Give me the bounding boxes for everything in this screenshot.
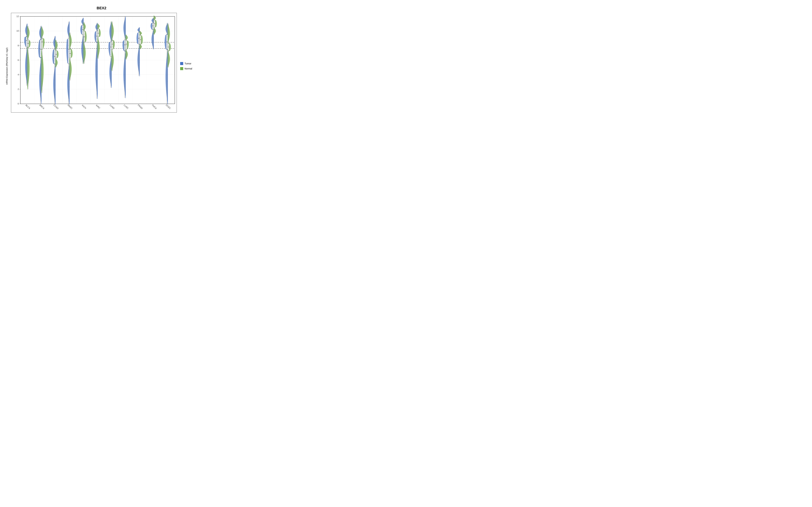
svg-rect-119 bbox=[41, 31, 42, 32]
svg-rect-68 bbox=[27, 89, 28, 90]
legend-tumor-box bbox=[180, 62, 183, 65]
svg-rect-282 bbox=[111, 64, 111, 64]
svg-rect-50 bbox=[27, 81, 27, 81]
legend-tumor-label: Tumor bbox=[185, 62, 191, 65]
svg-rect-285 bbox=[111, 50, 111, 50]
svg-rect-88 bbox=[41, 98, 42, 98]
svg-rect-228 bbox=[84, 40, 84, 40]
legend-item-tumor: Tumor bbox=[180, 62, 199, 65]
svg-rect-284 bbox=[110, 54, 110, 55]
svg-rect-152 bbox=[55, 51, 56, 52]
svg-rect-70 bbox=[28, 80, 28, 80]
svg-rect-330 bbox=[126, 40, 127, 49]
svg-rect-76 bbox=[27, 53, 28, 53]
svg-rect-329 bbox=[125, 16, 126, 16]
svg-rect-336 bbox=[125, 56, 126, 56]
svg-rect-148 bbox=[55, 59, 56, 60]
svg-rect-176 bbox=[68, 27, 68, 28]
svg-rect-81 bbox=[29, 30, 29, 31]
svg-rect-205 bbox=[82, 51, 83, 51]
svg-rect-45 bbox=[26, 37, 28, 47]
svg-rect-410 bbox=[154, 35, 154, 35]
svg-rect-147 bbox=[56, 61, 56, 62]
svg-rect-459 bbox=[168, 33, 169, 33]
svg-rect-326 bbox=[124, 34, 125, 34]
chart-title: BEX2 bbox=[4, 4, 199, 11]
svg-rect-58 bbox=[27, 46, 27, 46]
svg-rect-423 bbox=[154, 17, 154, 17]
svg-rect-325 bbox=[125, 40, 125, 40]
svg-rect-424 bbox=[154, 15, 154, 16]
svg-rect-418 bbox=[156, 24, 156, 24]
svg-rect-233 bbox=[84, 25, 84, 25]
svg-rect-319 bbox=[124, 74, 124, 75]
svg-rect-340 bbox=[127, 49, 128, 49]
svg-rect-416 bbox=[155, 26, 155, 27]
svg-rect-52 bbox=[27, 72, 27, 72]
svg-rect-55 bbox=[27, 59, 27, 59]
svg-rect-414 bbox=[154, 29, 154, 30]
svg-rect-308 bbox=[113, 29, 113, 29]
svg-rect-114 bbox=[42, 55, 42, 55]
svg-text:COAD: COAD bbox=[53, 104, 59, 110]
svg-rect-391 bbox=[154, 49, 154, 49]
svg-rect-151 bbox=[57, 53, 57, 54]
svg-rect-412 bbox=[154, 32, 155, 32]
svg-rect-317 bbox=[124, 86, 125, 87]
svg-rect-247 bbox=[97, 55, 97, 56]
svg-rect-135 bbox=[55, 55, 55, 56]
svg-rect-265 bbox=[98, 41, 99, 41]
svg-rect-353 bbox=[140, 76, 140, 76]
svg-rect-89 bbox=[41, 93, 41, 93]
svg-rect-108 bbox=[42, 83, 42, 83]
svg-rect-457 bbox=[168, 39, 168, 40]
svg-rect-383 bbox=[140, 35, 140, 35]
svg-rect-56 bbox=[27, 54, 27, 55]
svg-text:LUSC: LUSC bbox=[123, 104, 129, 110]
svg-rect-145 bbox=[55, 65, 56, 66]
svg-rect-316 bbox=[125, 92, 125, 92]
svg-rect-177 bbox=[69, 21, 70, 22]
svg-rect-394 bbox=[152, 42, 153, 43]
svg-rect-449 bbox=[168, 64, 168, 64]
svg-rect-303 bbox=[112, 46, 113, 47]
plot-area: 024681012BLCABRCACOADHNSCKICHKIRCLUADLUS… bbox=[11, 13, 177, 113]
svg-rect-400 bbox=[153, 29, 153, 29]
svg-rect-203 bbox=[82, 57, 83, 57]
svg-rect-433 bbox=[167, 81, 168, 81]
svg-rect-240 bbox=[97, 93, 97, 94]
svg-rect-359 bbox=[139, 55, 140, 55]
svg-rect-434 bbox=[167, 75, 167, 75]
svg-rect-171 bbox=[68, 57, 69, 57]
svg-rect-166 bbox=[69, 87, 69, 87]
svg-rect-455 bbox=[168, 46, 169, 46]
svg-rect-187 bbox=[70, 63, 70, 64]
svg-rect-277 bbox=[111, 88, 112, 88]
svg-rect-208 bbox=[83, 41, 84, 41]
svg-rect-239 bbox=[97, 99, 98, 99]
svg-rect-188 bbox=[69, 60, 70, 60]
svg-text:KICH: KICH bbox=[82, 104, 87, 109]
svg-rect-130 bbox=[54, 80, 54, 80]
svg-rect-109 bbox=[42, 78, 42, 79]
svg-rect-401 bbox=[151, 27, 152, 27]
svg-rect-101 bbox=[41, 26, 42, 26]
svg-rect-269 bbox=[98, 31, 98, 32]
svg-rect-112 bbox=[43, 64, 43, 65]
svg-rect-230 bbox=[85, 34, 86, 34]
svg-rect-380 bbox=[141, 39, 141, 39]
svg-rect-378 bbox=[140, 41, 140, 42]
svg-rect-149 bbox=[55, 57, 56, 58]
svg-rect-60 bbox=[27, 37, 27, 37]
svg-rect-196 bbox=[69, 32, 70, 33]
svg-rect-120 bbox=[41, 26, 42, 27]
svg-rect-250 bbox=[97, 39, 97, 39]
svg-rect-139 bbox=[55, 36, 56, 36]
svg-rect-386 bbox=[140, 31, 140, 31]
svg-rect-154 bbox=[56, 48, 56, 48]
svg-rect-189 bbox=[71, 56, 71, 57]
svg-rect-100 bbox=[41, 31, 41, 32]
svg-rect-372 bbox=[140, 49, 140, 49]
svg-rect-402 bbox=[152, 24, 152, 25]
svg-rect-411 bbox=[154, 33, 154, 34]
